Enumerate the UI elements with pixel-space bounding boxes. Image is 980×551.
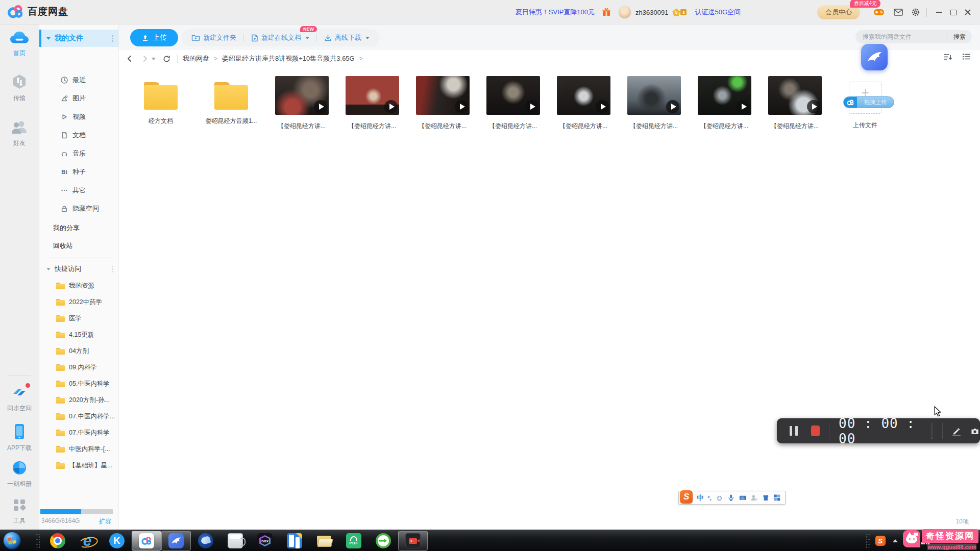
sidebar-item-documents[interactable]: 文档: [39, 127, 118, 144]
taskbar-screen-recorder[interactable]: [398, 531, 428, 550]
network-icon[interactable]: [921, 538, 930, 544]
expand-storage-link[interactable]: 扩容: [99, 517, 111, 526]
camera-icon[interactable]: [970, 425, 979, 437]
gift-icon[interactable]: [601, 7, 612, 18]
start-button[interactable]: [3, 532, 21, 549]
video-tile[interactable]: 【娄绍昆经方讲...: [407, 75, 478, 131]
game-center-icon[interactable]: [873, 7, 885, 18]
ime-emoji-button[interactable]: ☺: [716, 493, 723, 502]
sidebar-item-other[interactable]: 其它: [39, 182, 118, 199]
ime-language-mode[interactable]: 中: [697, 493, 703, 503]
new-folder-button[interactable]: 新建文件夹: [191, 33, 236, 42]
ime-punctuation-mode[interactable]: °,: [707, 495, 711, 501]
taskbar-beer-app[interactable]: [220, 531, 250, 550]
new-online-doc-button[interactable]: 新建在线文档 NEW: [251, 33, 309, 42]
rail-item-transfer[interactable]: 传输: [0, 73, 39, 103]
sidebar-item-torrents[interactable]: Bt 种子: [39, 163, 118, 181]
quick-folder[interactable]: 07.中医内科学...: [39, 408, 118, 424]
quick-folder[interactable]: 04方剂: [39, 343, 118, 359]
video-tile[interactable]: 【娄绍昆经方讲...: [760, 75, 830, 131]
quick-folder[interactable]: 我的资源: [39, 278, 118, 294]
video-tile[interactable]: 【娄绍昆经方讲...: [266, 75, 337, 131]
sidebar-item-hidden-space[interactable]: 隐藏空间: [39, 200, 118, 217]
rail-item-sync-space[interactable]: 同步空间: [0, 385, 39, 413]
taskbar-nox-player[interactable]: nox: [250, 531, 280, 550]
view-mode-button[interactable]: [961, 51, 972, 62]
level-badge[interactable]: 5 3: [672, 9, 687, 16]
rail-item-friends[interactable]: 好友: [0, 119, 39, 147]
pause-recording-button[interactable]: [790, 426, 798, 436]
quick-folder[interactable]: 中医内科学-[...: [39, 441, 118, 457]
upload-file-tile[interactable]: 拖拽上传 上传文件: [830, 75, 900, 131]
taskbar-chrome[interactable]: [43, 531, 72, 550]
taskbar-pdf-reader[interactable]: PDF: [339, 531, 369, 550]
sidebar-item-music[interactable]: 音乐: [39, 145, 118, 162]
sidebar-item-my-files[interactable]: 我的文件: [39, 30, 118, 47]
rail-item-home[interactable]: 首页: [0, 31, 39, 58]
sidebar-item-quick-access[interactable]: 快捷访问: [39, 260, 118, 278]
tray-date[interactable]: 2022/8/7 星期日: [935, 537, 975, 545]
ime-mic-icon[interactable]: [727, 494, 735, 502]
quick-folder[interactable]: 05.中医内科学: [39, 375, 118, 392]
taskbar-file-explorer[interactable]: [309, 531, 339, 550]
quick-folder[interactable]: 【基础班】星...: [39, 457, 118, 473]
taskbar-green-browser[interactable]: [369, 531, 398, 550]
video-tile[interactable]: 【娄绍昆经方讲...: [619, 75, 689, 131]
quick-folder[interactable]: 4.15更新: [39, 327, 118, 343]
minimize-button[interactable]: [932, 5, 946, 19]
user-avatar[interactable]: [618, 6, 631, 19]
username[interactable]: zh3630091: [635, 9, 668, 16]
sogou-logo-icon[interactable]: S: [680, 490, 693, 504]
tray-expand-icon[interactable]: [893, 539, 898, 542]
video-tile[interactable]: 【娄绍昆经方讲...: [689, 75, 760, 131]
sidebar-item-recycle-bin[interactable]: 回收站: [39, 237, 118, 255]
draw-pen-icon[interactable]: [952, 425, 961, 437]
quick-folder[interactable]: 医学: [39, 310, 118, 327]
video-tile[interactable]: 【娄绍昆经方讲...: [337, 75, 407, 131]
taskbar-video-editor[interactable]: [280, 531, 309, 550]
close-button[interactable]: [961, 5, 975, 19]
taskbar-internet-explorer[interactable]: e: [72, 531, 102, 550]
rail-item-album[interactable]: 一刻相册: [0, 460, 39, 488]
taskbar-swan-app[interactable]: [191, 531, 220, 550]
quick-folder[interactable]: 09.内科学: [39, 359, 118, 375]
rail-item-tools[interactable]: 工具: [0, 498, 39, 525]
search-button[interactable]: 搜索: [947, 33, 972, 41]
verify-space-link[interactable]: 认证送50G空间: [695, 8, 741, 17]
search-input[interactable]: [855, 33, 947, 40]
folder-tile[interactable]: 娄绍昆经方音频1...: [196, 75, 266, 131]
sidebar-item-my-share[interactable]: 我的分享: [39, 219, 118, 237]
thunder-floating-icon[interactable]: [861, 44, 888, 70]
member-center-button[interactable]: 会员中心 券后减4元: [817, 5, 860, 19]
stop-recording-button[interactable]: [811, 425, 820, 436]
messages-icon[interactable]: [893, 7, 904, 18]
restore-button[interactable]: [946, 5, 961, 19]
quick-folder[interactable]: 2022中药学: [39, 294, 118, 310]
ime-toolbox-icon[interactable]: [773, 494, 781, 502]
video-tile[interactable]: 【娄绍昆经方讲...: [478, 75, 548, 131]
sidebar-item-videos[interactable]: 视频: [39, 108, 118, 126]
sort-button[interactable]: [942, 51, 953, 62]
quick-folder[interactable]: 07.中医内科学: [39, 424, 118, 441]
taskbar-kugou[interactable]: K: [102, 531, 132, 550]
forward-button[interactable]: [139, 53, 151, 64]
ime-skin-icon[interactable]: [762, 494, 770, 502]
more-menu-icon[interactable]: [112, 35, 113, 42]
refresh-button[interactable]: [161, 53, 172, 64]
taskbar-baidu-netdisk[interactable]: [132, 531, 161, 550]
svip-promo-link[interactable]: 夏日特惠！SVIP直降100元: [516, 8, 595, 17]
drag-upload-pill[interactable]: 拖拽上传: [843, 96, 894, 108]
video-tile[interactable]: 【娄绍昆经方讲...: [548, 75, 619, 131]
history-dropdown-icon[interactable]: [151, 53, 157, 64]
breadcrumb-current[interactable]: 娄绍昆经方讲座共8讲视频+10集音频共3.65G: [222, 54, 355, 63]
sidebar-item-pictures[interactable]: 图片: [39, 90, 118, 107]
sidebar-item-recent[interactable]: 最近: [39, 71, 118, 89]
rail-item-app-download[interactable]: APP下载: [0, 423, 39, 453]
tray-sogou-icon[interactable]: S: [875, 536, 886, 546]
breadcrumb-root[interactable]: 我的网盘: [183, 54, 209, 63]
offline-download-button[interactable]: 离线下载: [324, 33, 370, 42]
folder-tile[interactable]: 经方文档: [126, 75, 196, 131]
ime-account-icon[interactable]: [750, 494, 758, 502]
upload-button[interactable]: 上传: [130, 29, 178, 46]
back-button[interactable]: [124, 53, 135, 64]
